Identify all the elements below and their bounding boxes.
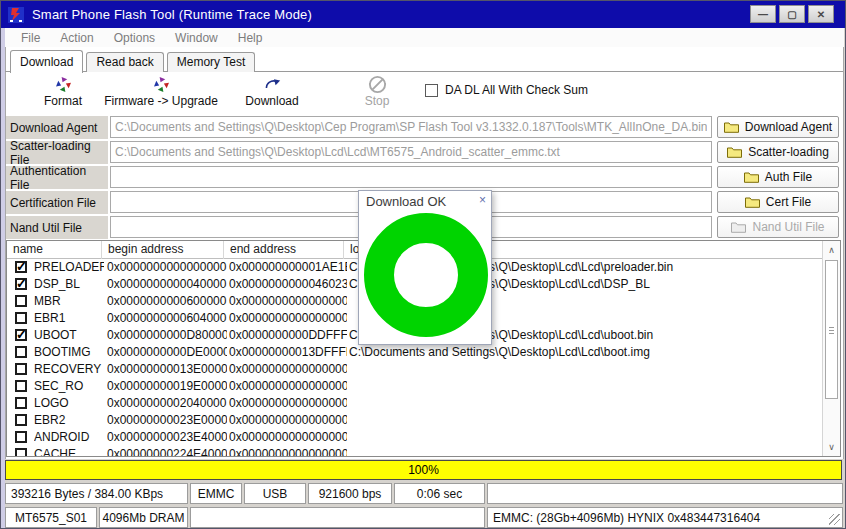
table-row[interactable]: EBR2 0x00000000023E0000 0x00000000000000… <box>7 412 822 429</box>
close-button[interactable]: ✕ <box>808 5 834 23</box>
begin-address: 0x00000000224E4000 <box>107 446 227 457</box>
scatter-browse-button[interactable]: Scatter-loading <box>717 141 839 163</box>
minimize-button[interactable]: — <box>750 5 776 23</box>
partition-checkbox[interactable] <box>15 363 27 375</box>
partition-name: EBR2 <box>34 412 104 429</box>
table-row[interactable]: LOGO 0x0000000002040000 0x00000000000000… <box>7 395 822 412</box>
progress-percent: 100% <box>408 463 439 477</box>
popup-close-icon[interactable]: × <box>479 193 486 207</box>
partition-checkbox[interactable] <box>15 414 27 426</box>
partition-name: DSP_BL <box>34 276 104 293</box>
end-address: 0x0000000000000000 <box>229 310 347 327</box>
firmware-upgrade-button[interactable]: Firmware -> Upgrade <box>101 77 221 108</box>
da-dl-checksum-checkbox[interactable] <box>425 84 438 97</box>
window-controls: — ▢ ✕ <box>750 5 834 23</box>
partition-name: LOGO <box>34 395 104 412</box>
column-header-end-address[interactable]: end address <box>224 241 344 259</box>
status-empty <box>190 507 485 528</box>
download-agent-field[interactable] <box>110 116 712 138</box>
menu-action[interactable]: Action <box>50 31 103 45</box>
download-arrow-icon <box>228 77 316 94</box>
auth-browse-button[interactable]: Auth File <box>717 166 839 188</box>
partition-checkbox[interactable] <box>15 346 27 358</box>
maximize-button[interactable]: ▢ <box>779 5 805 23</box>
tab-read-back[interactable]: Read back <box>86 52 163 72</box>
tab-memory-test[interactable]: Memory Test <box>167 52 255 72</box>
popup-title: Download OK <box>359 191 491 211</box>
da-dl-checksum-label: DA DL All With Check Sum <box>445 83 588 97</box>
partition-name: BOOTIMG <box>34 344 104 361</box>
download-agent-browse-label: Download Agent <box>745 120 832 134</box>
format-label: Format <box>44 94 82 108</box>
resize-grip[interactable] <box>829 514 840 525</box>
download-button[interactable]: Download <box>228 77 316 108</box>
table-row[interactable]: BOOTIMG 0x0000000000DE0000 0x00000000013… <box>7 344 822 361</box>
tab-strip: Download Read back Memory Test <box>10 49 258 72</box>
begin-address: 0x0000000000604000 <box>107 310 227 327</box>
partition-checkbox[interactable] <box>15 261 27 273</box>
menu-window[interactable]: Window <box>165 31 228 45</box>
partition-checkbox[interactable] <box>15 329 27 341</box>
firmware-refresh-icon <box>101 77 221 94</box>
progress-bar: 100% <box>5 460 842 480</box>
folder-icon <box>745 196 760 208</box>
download-ok-ring <box>359 211 493 345</box>
format-refresh-icon <box>21 77 105 94</box>
column-header-name[interactable]: name <box>7 241 102 259</box>
tab-download[interactable]: Download <box>10 50 83 73</box>
column-header-begin-address[interactable]: begin address <box>102 241 224 259</box>
scroll-up-icon[interactable]: ∧ <box>823 242 840 258</box>
table-row[interactable]: CACHE 0x00000000224E4000 0x0000000000000… <box>7 446 822 457</box>
status-baud: 921600 bps <box>308 483 392 504</box>
partition-checkbox[interactable] <box>15 278 27 290</box>
begin-address: 0x0000000000600000 <box>107 293 227 310</box>
cert-browse-button[interactable]: Cert File <box>717 191 839 213</box>
table-row[interactable]: ANDROID 0x00000000023E4000 0x00000000000… <box>7 429 822 446</box>
cert-file-label: Certification File <box>6 191 108 214</box>
status-empty <box>487 483 843 504</box>
auth-file-field[interactable] <box>110 166 712 188</box>
partition-checkbox[interactable] <box>15 380 27 392</box>
title-bar[interactable]: Smart Phone Flash Tool (Runtime Trace Mo… <box>1 1 845 28</box>
partition-name: UBOOT <box>34 327 104 344</box>
scrollbar-thumb[interactable] <box>825 260 838 399</box>
begin-address: 0x0000000002040000 <box>107 395 227 412</box>
partition-checkbox[interactable] <box>15 448 27 457</box>
scatter-file-field[interactable] <box>110 141 712 163</box>
end-address: 0x0000000000000000 <box>229 412 347 429</box>
scroll-down-icon[interactable]: ∨ <box>823 439 840 455</box>
menu-help[interactable]: Help <box>228 31 273 45</box>
firmware-upgrade-label: Firmware -> Upgrade <box>104 94 218 108</box>
partition-checkbox[interactable] <box>15 397 27 409</box>
begin-address: 0x00000000013E0000 <box>107 361 227 378</box>
begin-address: 0x00000000023E4000 <box>107 429 227 446</box>
app-icon <box>8 7 24 23</box>
menu-file[interactable]: File <box>11 31 50 45</box>
scatter-browse-label: Scatter-loading <box>748 145 829 159</box>
partition-name: MBR <box>34 293 104 310</box>
end-address: 0x0000000000000000 <box>229 378 347 395</box>
stop-label: Stop <box>365 94 390 108</box>
begin-address: 0x00000000023E0000 <box>107 412 227 429</box>
download-agent-browse-button[interactable]: Download Agent <box>717 116 839 138</box>
end-address: 0x0000000000000000 <box>229 361 347 378</box>
da-dl-checksum-group: DA DL All With Check Sum <box>425 83 588 97</box>
nand-util-browse-label: Nand Util File <box>752 220 824 234</box>
begin-address: 0x0000000000000000 <box>107 259 227 276</box>
partition-name: PRELOADER <box>34 259 104 276</box>
partition-checkbox[interactable] <box>15 312 27 324</box>
format-button[interactable]: Format <box>21 77 105 108</box>
download-label: Download <box>245 94 298 108</box>
nand-util-file-label: Nand Util File <box>6 216 108 239</box>
table-row[interactable]: SEC_RO 0x00000000019E0000 0x000000000000… <box>7 378 822 395</box>
stop-button[interactable]: Stop <box>343 75 411 108</box>
table-scrollbar[interactable]: ∧ ∨ <box>822 241 840 456</box>
download-agent-label: Download Agent <box>6 116 108 139</box>
menu-options[interactable]: Options <box>104 31 165 45</box>
partition-checkbox[interactable] <box>15 295 27 307</box>
status-throughput: 393216 Bytes / 384.00 KBps <box>5 483 188 504</box>
partition-checkbox[interactable] <box>15 431 27 443</box>
nand-util-browse-button[interactable]: Nand Util File <box>717 216 839 238</box>
table-row[interactable]: RECOVERY 0x00000000013E0000 0x0000000000… <box>7 361 822 378</box>
file-location: C:\Documents and Settings\Q\Desktop\Lcd\… <box>349 344 820 361</box>
